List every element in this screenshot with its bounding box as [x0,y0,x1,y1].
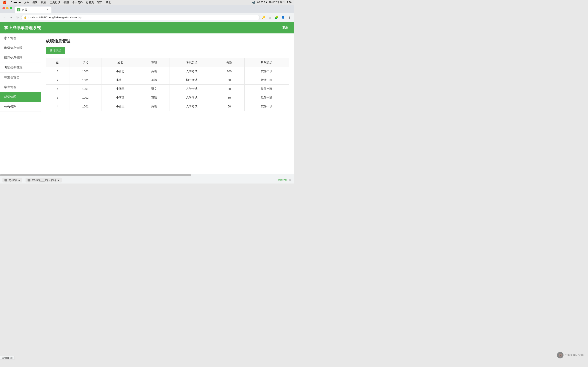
table-cell: 软件一班 [244,93,289,102]
sidebar-item-exam-type-mgmt[interactable]: 考试类型管理 [0,63,41,73]
table-cell: 入学考试 [169,85,214,93]
table-cell: 入学考试 [169,102,214,111]
close-bottom-bar-button[interactable]: ✕ [289,178,292,182]
col-student-id: 学号 [69,58,102,67]
main-content: 成绩信息管理 新增成绩 ID 学号 姓名 课程 考试类型 分数 所属班级 [41,33,294,174]
key-icon-button[interactable]: 🔑 [260,15,266,20]
table-cell: 1001 [69,76,102,85]
download-label-1: bg.jpeg [9,179,17,182]
table-cell: 小李四 [102,93,139,102]
sidebar-item-student-mgmt[interactable]: 学生管理 [0,82,41,92]
table-cell: 50 [214,102,244,111]
apple-menu[interactable]: 🍎 [2,0,7,4]
extension-button[interactable]: 🧩 [274,15,279,20]
download-item-1[interactable]: bg.jpeg ▲ [2,178,22,183]
table-cell: 1001 [69,85,102,93]
table-row: 61001小张三语文入学考试80软件一班 [46,85,289,93]
table-cell: 英语 [139,76,169,85]
menubar: 🍎 Chrome 文件 编辑 视图 历史记录 书签 个人资料 标签页 窗口 帮助… [0,0,294,5]
sidebar-item-class-info-mgmt[interactable]: 班级信息管理 [0,43,41,53]
page-title: 成绩信息管理 [46,38,289,44]
tab-label: 首页 [22,8,27,12]
menubar-edit[interactable]: 编辑 [33,1,38,4]
table-cell: 入学考试 [169,67,214,76]
logout-button[interactable]: 退出 [281,25,290,31]
table-cell: 80 [214,93,244,102]
table-cell: 1003 [69,67,102,76]
col-score: 分数 [214,58,244,67]
active-tab[interactable]: 首 首页 ✕ [15,7,52,13]
menubar-help[interactable]: 帮助 [106,1,111,4]
table-cell: 200 [214,67,244,76]
col-id: ID [46,58,69,67]
menubar-profile[interactable]: 个人资料 [72,1,83,4]
table-cell: 语文 [139,85,169,93]
back-button[interactable]: ← [2,15,7,20]
menu-button[interactable]: ⋮ [287,15,292,20]
tab-bar: 首 首页 ✕ + [0,5,294,13]
menubar-time: 9:36 [287,1,292,4]
sidebar-item-notice-mgmt[interactable]: 公告管理 [0,102,41,112]
url-bar[interactable]: 🔒 localhost:8888/ChengJiManager/jsp/inde… [21,15,260,20]
url-text: localhost:8888/ChengJiManager/jsp/index.… [28,16,257,19]
horizontal-scrollbar[interactable] [0,174,294,176]
table-row: 41001小张三英语入学考试50软件一班 [46,102,289,111]
table-cell: 期中考试 [169,76,214,85]
table-cell: 小张思 [102,67,139,76]
forward-button[interactable]: → [8,15,14,20]
menubar-history[interactable]: 历史记录 [50,1,60,4]
sidebar-item-parent-mgmt[interactable]: 家长管理 [0,33,41,43]
sidebar-item-course-mgmt[interactable]: 课程信息管理 [0,53,41,63]
reload-button[interactable]: ↻ [15,15,20,20]
sidebar-item-score-mgmt[interactable]: 成绩管理 [0,92,41,102]
new-tab-button[interactable]: + [52,6,58,12]
scroll-thumb[interactable] [0,174,191,176]
download-item-2[interactable]: src=http___img....jpeg ▲ [26,178,61,183]
menubar-window[interactable]: 窗口 [97,1,103,4]
account-button[interactable]: 👤 [280,15,286,20]
sidebar-item-homeroom-mgmt[interactable]: 班主任管理 [0,73,41,82]
minimize-window-button[interactable] [6,7,9,9]
table-cell: 软件二班 [244,67,289,76]
tab-close-button[interactable]: ✕ [46,8,49,11]
bottom-right: 显示全部 ✕ [278,178,292,182]
score-table: ID 学号 姓名 课程 考试类型 分数 所属班级 81003小张思英语入学考试2… [46,58,289,111]
col-exam-type: 考试类型 [169,58,214,67]
address-bar-right: 🔑 ☆ 🧩 👤 ⋮ [260,15,292,20]
table-cell: 小张三 [102,102,139,111]
col-name: 姓名 [102,58,139,67]
table-row: 71001小张三英语期中考试90软件一班 [46,76,289,85]
menubar-view[interactable]: 视图 [41,1,46,4]
table-cell: 80 [214,85,244,93]
table-cell: 5 [46,93,69,102]
table-cell: 软件一班 [244,85,289,93]
window-controls [2,7,14,11]
table-cell: 小张三 [102,85,139,93]
col-class: 所属班级 [244,58,289,67]
download-chevron-2[interactable]: ▲ [57,179,60,182]
table-cell: 软件一班 [244,76,289,85]
menubar-file[interactable]: 文件 [24,1,29,4]
sidebar: 家长管理 班级信息管理 课程信息管理 考试类型管理 班主任管理 学生管理 成绩管… [0,33,41,174]
app-body: 家长管理 班级信息管理 课程信息管理 考试类型管理 班主任管理 学生管理 成绩管… [0,33,294,174]
table-cell: 90 [214,76,244,85]
chrome-window: 首 首页 ✕ + ← → ↻ 🔒 localhost:8888/ChengJiM… [0,5,294,184]
table-cell: 1002 [69,93,102,102]
menubar-chrome[interactable]: Chrome [11,1,21,4]
maximize-window-button[interactable] [10,7,12,9]
table-cell: 英语 [139,67,169,76]
close-window-button[interactable] [2,7,5,9]
star-button[interactable]: ☆ [267,15,273,20]
table-row: 51002小李四英语入学考试80软件一班 [46,93,289,102]
download-icon-2 [27,179,30,182]
add-score-button[interactable]: 新增成绩 [46,47,65,54]
tab-favicon: 首 [17,8,20,11]
menubar-right: 📹 00:00:29 10月17日 周日 9:36 [252,1,292,4]
table-cell: 7 [46,76,69,85]
menubar-tabs[interactable]: 标签页 [86,1,94,4]
menubar-bookmarks[interactable]: 书签 [63,1,69,4]
download-chevron-1[interactable]: ▲ [18,179,20,182]
show-all-button[interactable]: 显示全部 [278,178,287,182]
table-cell: 6 [46,85,69,93]
table-cell: 小张三 [102,76,139,85]
